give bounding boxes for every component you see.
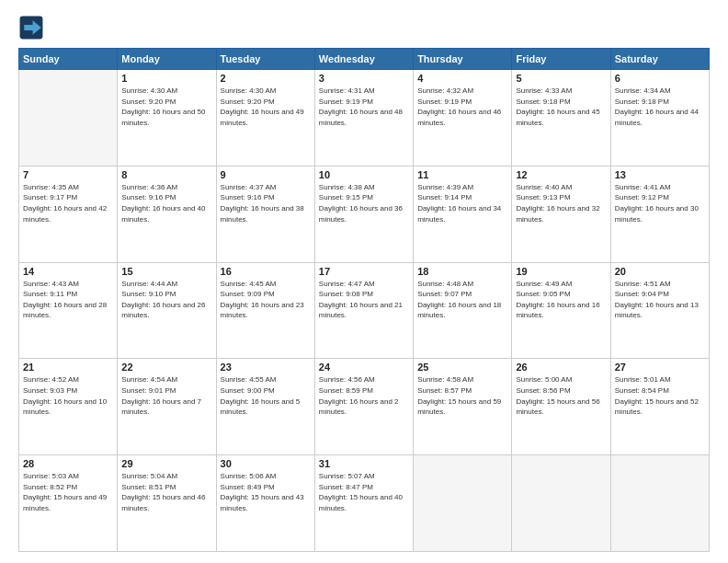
week-row-4: 21Sunrise: 4:52 AMSunset: 9:03 PMDayligh… <box>19 359 710 455</box>
day-number: 17 <box>319 266 409 277</box>
calendar-cell: 20Sunrise: 4:51 AMSunset: 9:04 PMDayligh… <box>610 262 709 359</box>
calendar-cell <box>19 70 118 167</box>
calendar-cell: 2Sunrise: 4:30 AMSunset: 9:20 PMDaylight… <box>216 70 314 167</box>
page: SundayMondayTuesdayWednesdayThursdayFrid… <box>0 0 728 563</box>
calendar-cell: 16Sunrise: 4:45 AMSunset: 9:09 PMDayligh… <box>216 262 314 359</box>
calendar-cell: 30Sunrise: 5:06 AMSunset: 8:49 PMDayligh… <box>216 455 314 552</box>
day-info: Sunrise: 4:44 AMSunset: 9:10 PMDaylight:… <box>121 279 211 321</box>
calendar-cell: 14Sunrise: 4:43 AMSunset: 9:11 PMDayligh… <box>19 262 118 359</box>
calendar-cell: 23Sunrise: 4:55 AMSunset: 9:00 PMDayligh… <box>216 359 314 455</box>
day-number: 12 <box>516 169 606 180</box>
calendar-cell: 13Sunrise: 4:41 AMSunset: 9:12 PMDayligh… <box>610 166 709 262</box>
day-info: Sunrise: 4:33 AMSunset: 9:18 PMDaylight:… <box>516 86 606 128</box>
day-number: 11 <box>417 169 507 180</box>
calendar-cell: 19Sunrise: 4:49 AMSunset: 9:05 PMDayligh… <box>512 262 610 359</box>
day-info: Sunrise: 4:39 AMSunset: 9:14 PMDaylight:… <box>417 182 507 224</box>
day-number: 13 <box>615 169 705 180</box>
day-number: 9 <box>221 169 311 180</box>
day-number: 15 <box>121 266 211 277</box>
day-info: Sunrise: 4:54 AMSunset: 9:01 PMDaylight:… <box>121 374 211 417</box>
day-number: 16 <box>221 266 311 277</box>
day-number: 31 <box>319 458 409 469</box>
day-number: 29 <box>121 458 211 469</box>
day-info: Sunrise: 4:47 AMSunset: 9:08 PMDaylight:… <box>319 279 409 321</box>
day-info: Sunrise: 4:58 AMSunset: 8:57 PMDaylight:… <box>417 374 507 417</box>
week-row-1: 1Sunrise: 4:30 AMSunset: 9:20 PMDaylight… <box>19 70 710 167</box>
day-number: 28 <box>23 458 113 469</box>
weekday-header-wednesday: Wednesday <box>314 49 413 70</box>
day-number: 24 <box>319 362 409 373</box>
day-info: Sunrise: 4:35 AMSunset: 9:17 PMDaylight:… <box>23 182 113 224</box>
day-number: 14 <box>23 266 113 277</box>
calendar-cell: 17Sunrise: 4:47 AMSunset: 9:08 PMDayligh… <box>314 262 413 359</box>
day-number: 7 <box>23 169 113 180</box>
calendar-cell: 12Sunrise: 4:40 AMSunset: 9:13 PMDayligh… <box>512 166 610 262</box>
day-number: 6 <box>615 73 705 84</box>
day-info: Sunrise: 4:49 AMSunset: 9:05 PMDaylight:… <box>516 279 606 321</box>
calendar-cell: 6Sunrise: 4:34 AMSunset: 9:18 PMDaylight… <box>610 70 709 167</box>
day-number: 8 <box>121 169 211 180</box>
day-number: 26 <box>516 362 606 373</box>
day-number: 19 <box>516 266 606 277</box>
day-number: 3 <box>319 73 409 84</box>
day-info: Sunrise: 5:06 AMSunset: 8:49 PMDaylight:… <box>221 471 311 513</box>
day-info: Sunrise: 5:03 AMSunset: 8:52 PMDaylight:… <box>23 471 113 513</box>
calendar-cell: 18Sunrise: 4:48 AMSunset: 9:07 PMDayligh… <box>414 262 512 359</box>
calendar-cell: 26Sunrise: 5:00 AMSunset: 8:56 PMDayligh… <box>512 359 610 455</box>
day-info: Sunrise: 4:30 AMSunset: 9:20 PMDaylight:… <box>221 86 311 128</box>
day-info: Sunrise: 4:48 AMSunset: 9:07 PMDaylight:… <box>417 279 507 321</box>
weekday-header-friday: Friday <box>512 49 610 70</box>
day-number: 5 <box>516 73 606 84</box>
week-row-2: 7Sunrise: 4:35 AMSunset: 9:17 PMDaylight… <box>19 166 710 262</box>
logo <box>18 15 46 40</box>
calendar-cell: 31Sunrise: 5:07 AMSunset: 8:47 PMDayligh… <box>314 455 413 552</box>
weekday-header-sunday: Sunday <box>19 49 118 70</box>
calendar-cell: 8Sunrise: 4:36 AMSunset: 9:16 PMDaylight… <box>118 166 216 262</box>
day-info: Sunrise: 4:51 AMSunset: 9:04 PMDaylight:… <box>615 279 705 321</box>
day-number: 25 <box>417 362 507 373</box>
day-info: Sunrise: 5:07 AMSunset: 8:47 PMDaylight:… <box>319 471 409 513</box>
week-row-3: 14Sunrise: 4:43 AMSunset: 9:11 PMDayligh… <box>19 262 710 359</box>
calendar-cell: 24Sunrise: 4:56 AMSunset: 8:59 PMDayligh… <box>314 359 413 455</box>
calendar-cell: 9Sunrise: 4:37 AMSunset: 9:16 PMDaylight… <box>216 166 314 262</box>
calendar-cell: 1Sunrise: 4:30 AMSunset: 9:20 PMDaylight… <box>118 70 216 167</box>
calendar-cell <box>610 455 709 552</box>
header <box>18 15 710 40</box>
weekday-header-saturday: Saturday <box>610 49 709 70</box>
calendar-cell: 7Sunrise: 4:35 AMSunset: 9:17 PMDaylight… <box>19 166 118 262</box>
logo-icon <box>18 15 44 40</box>
day-info: Sunrise: 5:04 AMSunset: 8:51 PMDaylight:… <box>121 471 211 513</box>
day-info: Sunrise: 4:36 AMSunset: 9:16 PMDaylight:… <box>121 182 211 224</box>
calendar-cell: 29Sunrise: 5:04 AMSunset: 8:51 PMDayligh… <box>118 455 216 552</box>
day-number: 23 <box>221 362 311 373</box>
calendar-cell: 4Sunrise: 4:32 AMSunset: 9:19 PMDaylight… <box>414 70 512 167</box>
day-number: 22 <box>121 362 211 373</box>
weekday-header-thursday: Thursday <box>414 49 512 70</box>
calendar-cell <box>414 455 512 552</box>
day-info: Sunrise: 4:38 AMSunset: 9:15 PMDaylight:… <box>319 182 409 224</box>
day-info: Sunrise: 4:55 AMSunset: 9:00 PMDaylight:… <box>221 374 311 417</box>
day-number: 20 <box>615 266 705 277</box>
day-number: 18 <box>417 266 507 277</box>
weekday-header-monday: Monday <box>118 49 216 70</box>
calendar-cell: 5Sunrise: 4:33 AMSunset: 9:18 PMDaylight… <box>512 70 610 167</box>
weekday-header-row: SundayMondayTuesdayWednesdayThursdayFrid… <box>19 49 710 70</box>
day-number: 21 <box>23 362 113 373</box>
day-info: Sunrise: 4:43 AMSunset: 9:11 PMDaylight:… <box>23 279 113 321</box>
day-info: Sunrise: 4:31 AMSunset: 9:19 PMDaylight:… <box>319 86 409 128</box>
day-info: Sunrise: 5:01 AMSunset: 8:54 PMDaylight:… <box>615 374 705 417</box>
day-info: Sunrise: 4:45 AMSunset: 9:09 PMDaylight:… <box>221 279 311 321</box>
calendar-cell: 27Sunrise: 5:01 AMSunset: 8:54 PMDayligh… <box>610 359 709 455</box>
day-info: Sunrise: 4:34 AMSunset: 9:18 PMDaylight:… <box>615 86 705 128</box>
day-number: 10 <box>319 169 409 180</box>
day-info: Sunrise: 4:41 AMSunset: 9:12 PMDaylight:… <box>615 182 705 224</box>
calendar-cell: 11Sunrise: 4:39 AMSunset: 9:14 PMDayligh… <box>414 166 512 262</box>
day-info: Sunrise: 4:30 AMSunset: 9:20 PMDaylight:… <box>121 86 211 128</box>
day-info: Sunrise: 4:52 AMSunset: 9:03 PMDaylight:… <box>23 374 113 417</box>
calendar-cell: 22Sunrise: 4:54 AMSunset: 9:01 PMDayligh… <box>118 359 216 455</box>
day-info: Sunrise: 4:37 AMSunset: 9:16 PMDaylight:… <box>221 182 311 224</box>
day-number: 30 <box>221 458 311 469</box>
calendar-cell: 3Sunrise: 4:31 AMSunset: 9:19 PMDaylight… <box>314 70 413 167</box>
day-number: 1 <box>121 73 211 84</box>
day-number: 4 <box>417 73 507 84</box>
